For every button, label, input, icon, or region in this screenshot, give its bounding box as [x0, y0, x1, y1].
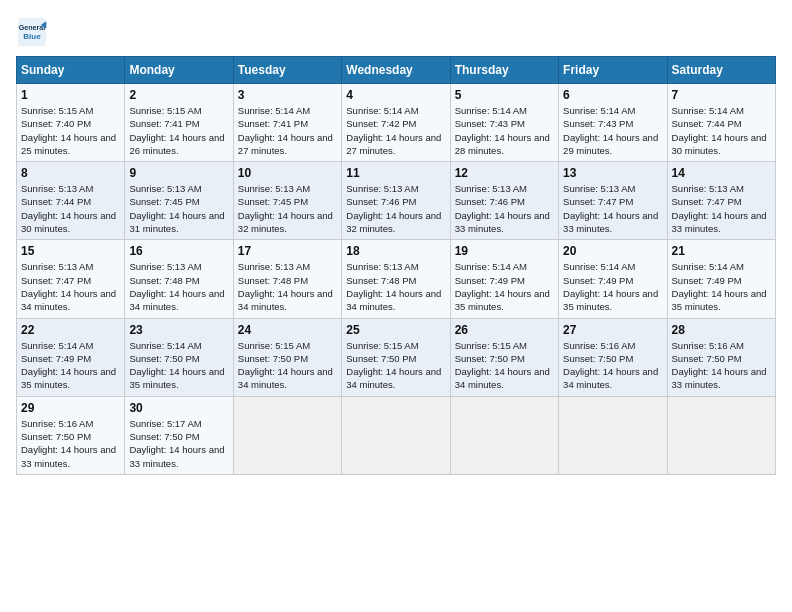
- day-number: 25: [346, 323, 445, 337]
- day-detail: Sunrise: 5:14 AMSunset: 7:41 PMDaylight:…: [238, 104, 337, 157]
- day-number: 10: [238, 166, 337, 180]
- calendar-cell: 16Sunrise: 5:13 AMSunset: 7:48 PMDayligh…: [125, 240, 233, 318]
- calendar-cell: 13Sunrise: 5:13 AMSunset: 7:47 PMDayligh…: [559, 162, 667, 240]
- calendar-cell: 26Sunrise: 5:15 AMSunset: 7:50 PMDayligh…: [450, 318, 558, 396]
- calendar-cell: 19Sunrise: 5:14 AMSunset: 7:49 PMDayligh…: [450, 240, 558, 318]
- calendar-cell: 4Sunrise: 5:14 AMSunset: 7:42 PMDaylight…: [342, 84, 450, 162]
- day-number: 6: [563, 88, 662, 102]
- logo: General Blue: [16, 16, 48, 48]
- logo-icon: General Blue: [16, 16, 48, 48]
- svg-text:General: General: [19, 24, 46, 32]
- calendar-table: SundayMondayTuesdayWednesdayThursdayFrid…: [16, 56, 776, 475]
- day-number: 5: [455, 88, 554, 102]
- day-number: 30: [129, 401, 228, 415]
- day-detail: Sunrise: 5:15 AMSunset: 7:41 PMDaylight:…: [129, 104, 228, 157]
- calendar-cell: 12Sunrise: 5:13 AMSunset: 7:46 PMDayligh…: [450, 162, 558, 240]
- calendar-cell: 25Sunrise: 5:15 AMSunset: 7:50 PMDayligh…: [342, 318, 450, 396]
- calendar-cell: 27Sunrise: 5:16 AMSunset: 7:50 PMDayligh…: [559, 318, 667, 396]
- day-number: 15: [21, 244, 120, 258]
- day-number: 12: [455, 166, 554, 180]
- day-number: 2: [129, 88, 228, 102]
- day-detail: Sunrise: 5:14 AMSunset: 7:49 PMDaylight:…: [672, 260, 771, 313]
- calendar-cell: 29Sunrise: 5:16 AMSunset: 7:50 PMDayligh…: [17, 396, 125, 474]
- day-number: 13: [563, 166, 662, 180]
- calendar-cell: 18Sunrise: 5:13 AMSunset: 7:48 PMDayligh…: [342, 240, 450, 318]
- day-number: 9: [129, 166, 228, 180]
- day-number: 16: [129, 244, 228, 258]
- calendar-cell: 22Sunrise: 5:14 AMSunset: 7:49 PMDayligh…: [17, 318, 125, 396]
- calendar-cell: 30Sunrise: 5:17 AMSunset: 7:50 PMDayligh…: [125, 396, 233, 474]
- calendar-week-row: 1Sunrise: 5:15 AMSunset: 7:40 PMDaylight…: [17, 84, 776, 162]
- day-detail: Sunrise: 5:15 AMSunset: 7:50 PMDaylight:…: [346, 339, 445, 392]
- calendar-cell: 11Sunrise: 5:13 AMSunset: 7:46 PMDayligh…: [342, 162, 450, 240]
- day-number: 28: [672, 323, 771, 337]
- day-number: 17: [238, 244, 337, 258]
- day-detail: Sunrise: 5:15 AMSunset: 7:50 PMDaylight:…: [238, 339, 337, 392]
- calendar-week-row: 22Sunrise: 5:14 AMSunset: 7:49 PMDayligh…: [17, 318, 776, 396]
- calendar-cell: 1Sunrise: 5:15 AMSunset: 7:40 PMDaylight…: [17, 84, 125, 162]
- calendar-cell: 28Sunrise: 5:16 AMSunset: 7:50 PMDayligh…: [667, 318, 775, 396]
- day-detail: Sunrise: 5:13 AMSunset: 7:48 PMDaylight:…: [129, 260, 228, 313]
- calendar-cell: [233, 396, 341, 474]
- day-number: 29: [21, 401, 120, 415]
- day-number: 21: [672, 244, 771, 258]
- column-header-thursday: Thursday: [450, 57, 558, 84]
- calendar-header: SundayMondayTuesdayWednesdayThursdayFrid…: [17, 57, 776, 84]
- day-detail: Sunrise: 5:15 AMSunset: 7:40 PMDaylight:…: [21, 104, 120, 157]
- day-number: 27: [563, 323, 662, 337]
- day-detail: Sunrise: 5:17 AMSunset: 7:50 PMDaylight:…: [129, 417, 228, 470]
- day-detail: Sunrise: 5:13 AMSunset: 7:44 PMDaylight:…: [21, 182, 120, 235]
- day-number: 14: [672, 166, 771, 180]
- day-number: 3: [238, 88, 337, 102]
- day-number: 24: [238, 323, 337, 337]
- day-detail: Sunrise: 5:16 AMSunset: 7:50 PMDaylight:…: [672, 339, 771, 392]
- day-detail: Sunrise: 5:15 AMSunset: 7:50 PMDaylight:…: [455, 339, 554, 392]
- day-detail: Sunrise: 5:13 AMSunset: 7:47 PMDaylight:…: [672, 182, 771, 235]
- day-detail: Sunrise: 5:14 AMSunset: 7:42 PMDaylight:…: [346, 104, 445, 157]
- calendar-cell: 8Sunrise: 5:13 AMSunset: 7:44 PMDaylight…: [17, 162, 125, 240]
- day-number: 1: [21, 88, 120, 102]
- calendar-cell: 5Sunrise: 5:14 AMSunset: 7:43 PMDaylight…: [450, 84, 558, 162]
- day-number: 22: [21, 323, 120, 337]
- calendar-week-row: 29Sunrise: 5:16 AMSunset: 7:50 PMDayligh…: [17, 396, 776, 474]
- day-number: 20: [563, 244, 662, 258]
- day-number: 11: [346, 166, 445, 180]
- day-detail: Sunrise: 5:14 AMSunset: 7:43 PMDaylight:…: [563, 104, 662, 157]
- column-header-wednesday: Wednesday: [342, 57, 450, 84]
- calendar-week-row: 8Sunrise: 5:13 AMSunset: 7:44 PMDaylight…: [17, 162, 776, 240]
- calendar-cell: 17Sunrise: 5:13 AMSunset: 7:48 PMDayligh…: [233, 240, 341, 318]
- calendar-cell: 24Sunrise: 5:15 AMSunset: 7:50 PMDayligh…: [233, 318, 341, 396]
- day-detail: Sunrise: 5:13 AMSunset: 7:46 PMDaylight:…: [346, 182, 445, 235]
- calendar-cell: 3Sunrise: 5:14 AMSunset: 7:41 PMDaylight…: [233, 84, 341, 162]
- day-detail: Sunrise: 5:16 AMSunset: 7:50 PMDaylight:…: [21, 417, 120, 470]
- day-detail: Sunrise: 5:13 AMSunset: 7:45 PMDaylight:…: [238, 182, 337, 235]
- calendar-cell: 23Sunrise: 5:14 AMSunset: 7:50 PMDayligh…: [125, 318, 233, 396]
- day-number: 23: [129, 323, 228, 337]
- day-detail: Sunrise: 5:13 AMSunset: 7:47 PMDaylight:…: [563, 182, 662, 235]
- calendar-cell: [559, 396, 667, 474]
- day-detail: Sunrise: 5:14 AMSunset: 7:43 PMDaylight:…: [455, 104, 554, 157]
- column-header-saturday: Saturday: [667, 57, 775, 84]
- day-detail: Sunrise: 5:13 AMSunset: 7:48 PMDaylight:…: [346, 260, 445, 313]
- calendar-cell: [342, 396, 450, 474]
- calendar-cell: 2Sunrise: 5:15 AMSunset: 7:41 PMDaylight…: [125, 84, 233, 162]
- calendar-cell: [667, 396, 775, 474]
- calendar-cell: 21Sunrise: 5:14 AMSunset: 7:49 PMDayligh…: [667, 240, 775, 318]
- column-header-monday: Monday: [125, 57, 233, 84]
- day-detail: Sunrise: 5:14 AMSunset: 7:49 PMDaylight:…: [455, 260, 554, 313]
- day-number: 8: [21, 166, 120, 180]
- day-detail: Sunrise: 5:14 AMSunset: 7:50 PMDaylight:…: [129, 339, 228, 392]
- day-detail: Sunrise: 5:13 AMSunset: 7:47 PMDaylight:…: [21, 260, 120, 313]
- calendar-cell: 6Sunrise: 5:14 AMSunset: 7:43 PMDaylight…: [559, 84, 667, 162]
- day-detail: Sunrise: 5:14 AMSunset: 7:49 PMDaylight:…: [21, 339, 120, 392]
- day-number: 4: [346, 88, 445, 102]
- day-detail: Sunrise: 5:13 AMSunset: 7:48 PMDaylight:…: [238, 260, 337, 313]
- day-number: 26: [455, 323, 554, 337]
- column-header-friday: Friday: [559, 57, 667, 84]
- calendar-cell: 10Sunrise: 5:13 AMSunset: 7:45 PMDayligh…: [233, 162, 341, 240]
- calendar-cell: [450, 396, 558, 474]
- day-detail: Sunrise: 5:14 AMSunset: 7:49 PMDaylight:…: [563, 260, 662, 313]
- day-number: 7: [672, 88, 771, 102]
- calendar-week-row: 15Sunrise: 5:13 AMSunset: 7:47 PMDayligh…: [17, 240, 776, 318]
- day-detail: Sunrise: 5:14 AMSunset: 7:44 PMDaylight:…: [672, 104, 771, 157]
